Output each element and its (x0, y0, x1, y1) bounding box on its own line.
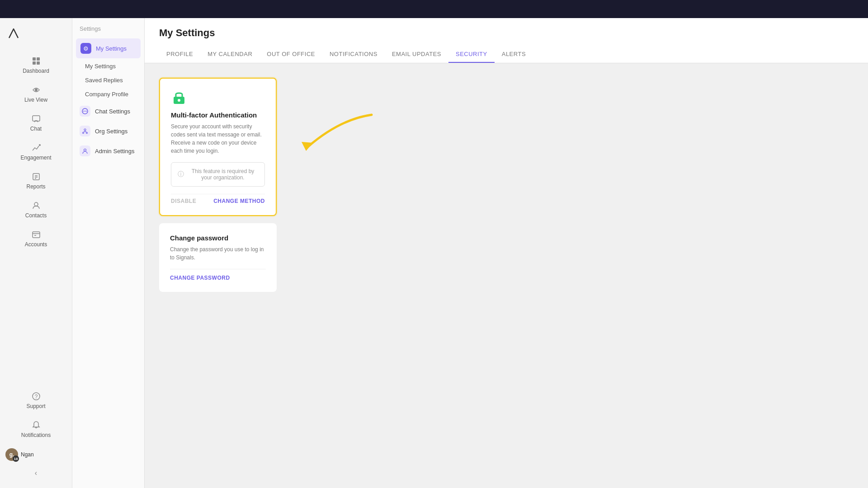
reports-icon (31, 172, 41, 182)
sub-item-saved-replies[interactable]: Saved Replies (72, 73, 144, 87)
main-body: Multi-factor Authentication Secure your … (145, 63, 868, 314)
collapse-button[interactable]: ‹ (0, 465, 72, 481)
svg-point-29 (178, 99, 180, 102)
tab-email-updates[interactable]: EMAIL UPDATES (385, 46, 448, 63)
settings-nav-chat-settings[interactable]: Chat Settings (72, 101, 144, 121)
change-password-button[interactable]: CHANGE PASSWORD (170, 269, 266, 281)
mfa-title: Multi-factor Authentication (171, 111, 265, 119)
svg-rect-12 (33, 232, 40, 238)
svg-text:?: ? (34, 394, 38, 400)
mfa-required-text: This feature is required by your organiz… (188, 168, 258, 181)
settings-nav-title: Settings (72, 25, 144, 38)
svg-marker-30 (302, 142, 313, 151)
svg-rect-3 (37, 61, 40, 65)
svg-point-19 (85, 111, 85, 112)
sub-item-company-profile[interactable]: Company Profile (72, 87, 144, 101)
avatar: g. 18 (5, 448, 18, 461)
svg-point-22 (83, 132, 84, 134)
my-settings-icon: ⚙ (80, 43, 91, 54)
sidebar-item-accounts[interactable]: Accounts (0, 224, 72, 253)
chat-icon (31, 114, 41, 124)
lock-icon (171, 89, 187, 106)
svg-line-26 (85, 131, 87, 132)
left-sidebar: Dashboard Live View Chat Engagement Repo (0, 18, 72, 488)
sidebar-item-liveview[interactable]: Live View (0, 80, 72, 108)
change-method-button[interactable]: CHANGE METHOD (213, 198, 265, 204)
org-settings-icon (80, 126, 90, 136)
tab-notifications[interactable]: NOTIFICATIONS (322, 46, 385, 63)
svg-rect-1 (37, 57, 40, 61)
contacts-icon (31, 201, 41, 211)
tab-profile[interactable]: PROFILE (159, 46, 200, 63)
accounts-icon (31, 230, 41, 239)
change-password-title: Change password (170, 234, 266, 242)
settings-sidebar: Settings ⚙ My Settings My Settings Saved… (72, 18, 145, 488)
disable-button[interactable]: DISABLE (171, 198, 196, 204)
engagement-icon (31, 143, 41, 153)
svg-rect-5 (33, 116, 40, 121)
svg-point-27 (84, 149, 86, 151)
bell-icon (31, 420, 41, 430)
tab-my-calendar[interactable]: MY CALENDAR (200, 46, 259, 63)
mfa-card: Multi-factor Authentication Secure your … (159, 78, 277, 216)
liveview-icon (31, 85, 41, 95)
sidebar-item-reports[interactable]: Reports (0, 166, 72, 195)
chat-settings-icon (80, 106, 90, 117)
svg-line-25 (83, 131, 85, 132)
top-bar (0, 0, 868, 18)
tab-alerts[interactable]: ALERTS (495, 46, 533, 63)
main-header: My Settings PROFILE MY CALENDAR OUT OF O… (145, 18, 868, 63)
change-password-card: Change password Change the password you … (159, 223, 277, 292)
change-password-description: Change the password you use to log in to… (170, 245, 266, 262)
page-title: My Settings (159, 27, 854, 39)
mfa-required-box: ⓘ This feature is required by your organ… (171, 162, 265, 187)
tab-security[interactable]: SECURITY (448, 46, 495, 63)
settings-nav-admin-settings[interactable]: Admin Settings (72, 141, 144, 161)
svg-point-20 (86, 111, 87, 112)
sub-item-my-settings[interactable]: My Settings (72, 59, 144, 73)
svg-point-11 (34, 202, 38, 206)
svg-point-18 (83, 111, 84, 112)
svg-rect-2 (33, 61, 36, 65)
svg-rect-7 (33, 174, 39, 180)
main-content: My Settings PROFILE MY CALENDAR OUT OF O… (145, 18, 868, 488)
logo[interactable] (0, 23, 72, 51)
user-profile[interactable]: g. 18 Ngan (0, 444, 72, 465)
tab-bar: PROFILE MY CALENDAR OUT OF OFFICE NOTIFI… (159, 46, 854, 63)
settings-nav-my-settings[interactable]: ⚙ My Settings (76, 38, 141, 58)
sidebar-item-dashboard[interactable]: Dashboard (0, 51, 72, 80)
svg-rect-0 (33, 57, 36, 61)
sidebar-item-contacts[interactable]: Contacts (0, 195, 72, 224)
svg-point-23 (86, 132, 88, 134)
annotation-arrow-svg (281, 106, 381, 160)
settings-nav-org-settings[interactable]: Org Settings (72, 121, 144, 141)
admin-settings-icon (80, 145, 90, 156)
sidebar-item-engagement[interactable]: Engagement (0, 137, 72, 166)
tab-out-of-office[interactable]: OUT OF OFFICE (259, 46, 322, 63)
svg-point-6 (39, 144, 41, 146)
info-icon: ⓘ (178, 170, 184, 178)
notification-badge: 18 (13, 455, 19, 462)
sidebar-item-support[interactable]: ? Support (0, 386, 72, 415)
dashboard-icon (31, 56, 41, 66)
svg-point-4 (35, 89, 38, 91)
svg-point-21 (84, 129, 86, 131)
mfa-description: Secure your account with security codes … (171, 122, 265, 155)
sidebar-item-notifications[interactable]: Notifications (0, 415, 72, 444)
mfa-card-actions: DISABLE CHANGE METHOD (171, 194, 265, 204)
support-icon: ? (31, 391, 41, 401)
sidebar-item-chat[interactable]: Chat (0, 108, 72, 137)
